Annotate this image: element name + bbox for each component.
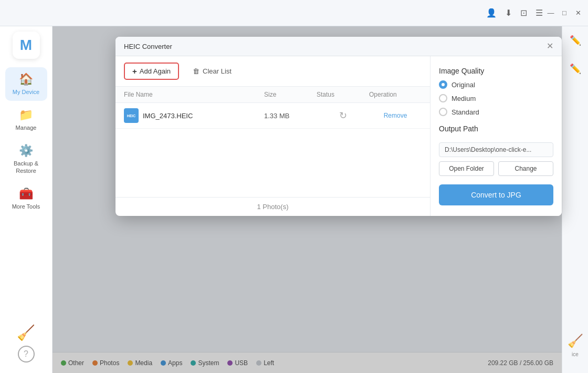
title-bar-controls: — □ ✕ bbox=[547, 9, 582, 17]
main-content: HEIC Converter ✕ + Add Again bbox=[52, 26, 562, 373]
col-status: Status bbox=[317, 91, 369, 98]
radio-original-circle bbox=[439, 80, 447, 89]
remove-button[interactable]: Remove bbox=[369, 112, 422, 119]
dialog-footer: 1 Photo(s) bbox=[116, 197, 430, 216]
close-button[interactable]: ✕ bbox=[574, 9, 582, 17]
dialog-right-panel: Image Quality Original Medium bbox=[430, 56, 562, 216]
maximize-button[interactable]: □ bbox=[561, 9, 568, 17]
col-size: Size bbox=[264, 91, 317, 98]
sidebar-item-my-device-label: My Device bbox=[13, 89, 39, 96]
sidebar-item-manage[interactable]: 📁 Manage bbox=[5, 103, 47, 137]
share-icon[interactable]: ⊡ bbox=[520, 8, 527, 18]
plus-icon: + bbox=[132, 67, 137, 76]
output-path-title: Output Path bbox=[439, 125, 553, 133]
backup-icon: ⚙️ bbox=[19, 144, 33, 158]
col-operation: Operation bbox=[369, 91, 422, 98]
change-button[interactable]: Change bbox=[498, 161, 553, 176]
add-again-button[interactable]: + Add Again bbox=[124, 63, 179, 80]
open-folder-button[interactable]: Open Folder bbox=[439, 161, 494, 176]
minimize-button[interactable]: — bbox=[547, 9, 554, 17]
logo-letter: M bbox=[20, 37, 32, 54]
heic-converter-dialog: HEIC Converter ✕ + Add Again bbox=[116, 37, 562, 216]
sidebar-item-backup-restore[interactable]: ⚙️ Backup & Restore bbox=[5, 139, 47, 179]
col-filename: File Name bbox=[124, 91, 264, 98]
radio-original-label: Original bbox=[452, 81, 475, 89]
file-size: 1.33 MB bbox=[264, 112, 317, 120]
mop-icon[interactable]: 🧹 bbox=[568, 334, 583, 348]
radio-medium-circle bbox=[439, 94, 447, 102]
table-header: File Name Size Status Operation bbox=[116, 87, 430, 103]
sidebar-item-backup-label: Backup & Restore bbox=[14, 160, 38, 174]
radio-medium[interactable]: Medium bbox=[439, 94, 553, 102]
menu-icon[interactable]: ☰ bbox=[536, 8, 543, 18]
dialog-left-panel: + Add Again 🗑 Clear List bbox=[116, 56, 430, 216]
sidebar-bottom: 🧹 ? bbox=[17, 314, 35, 368]
person-icon[interactable]: 👤 bbox=[486, 8, 497, 18]
download-icon[interactable]: ⬇ bbox=[505, 8, 512, 18]
clean-icon: 🧹 bbox=[17, 324, 35, 341]
title-bar: 👤 ⬇ ⊡ ☰ — □ ✕ bbox=[0, 0, 588, 26]
pen-top-icon[interactable]: ✏️ bbox=[566, 32, 584, 49]
sidebar-item-more-tools-label: More Tools bbox=[12, 203, 40, 210]
sidebar-item-more-tools[interactable]: 🧰 More Tools bbox=[5, 182, 47, 215]
photo-count: 1 Photo(s) bbox=[257, 203, 289, 211]
add-again-label: Add Again bbox=[140, 67, 171, 75]
status-spinner-icon: ↻ bbox=[339, 110, 347, 121]
help-button[interactable]: ? bbox=[18, 346, 35, 362]
file-table: File Name Size Status Operation HEIC bbox=[116, 87, 430, 197]
folder-icon: 📁 bbox=[19, 108, 33, 122]
dialog-header: HEIC Converter ✕ bbox=[116, 37, 562, 56]
home-icon: 🏠 bbox=[19, 72, 33, 86]
question-icon: ? bbox=[24, 349, 28, 359]
dialog-body: + Add Again 🗑 Clear List bbox=[116, 56, 562, 216]
table-row: HEIC IMG_2473.HEIC 1.33 MB ↻ Remove bbox=[116, 103, 430, 129]
radio-standard[interactable]: Standard bbox=[439, 108, 553, 116]
output-path-section: Output Path Open Folder Change bbox=[439, 125, 553, 176]
tools-icon: 🧰 bbox=[19, 187, 33, 201]
output-path-input[interactable] bbox=[439, 142, 553, 157]
dialog-title: HEIC Converter bbox=[124, 43, 172, 50]
dialog-close-button[interactable]: ✕ bbox=[547, 42, 553, 50]
convert-button[interactable]: Convert to JPG bbox=[439, 184, 553, 205]
clear-list-label: Clear List bbox=[203, 67, 232, 75]
file-name: IMG_2473.HEIC bbox=[143, 112, 193, 120]
modal-overlay: HEIC Converter ✕ + Add Again bbox=[52, 26, 562, 373]
radio-medium-label: Medium bbox=[452, 95, 476, 102]
pen-bottom-icon[interactable]: ✏️ bbox=[566, 60, 584, 78]
output-path-buttons: Open Folder Change bbox=[439, 161, 553, 176]
image-quality-title: Image Quality bbox=[439, 67, 553, 75]
title-bar-icons: 👤 ⬇ ⊡ ☰ bbox=[486, 8, 543, 18]
right-panel-label: ice bbox=[572, 351, 579, 357]
radio-original[interactable]: Original bbox=[439, 80, 553, 89]
app-body: M 🏠 My Device 📁 Manage ⚙️ Backup & Resto… bbox=[0, 26, 588, 373]
trash-clear-icon: 🗑 bbox=[193, 67, 200, 75]
sidebar: M 🏠 My Device 📁 Manage ⚙️ Backup & Resto… bbox=[0, 26, 52, 373]
sidebar-item-my-device[interactable]: 🏠 My Device bbox=[5, 67, 47, 101]
dialog-toolbar: + Add Again 🗑 Clear List bbox=[116, 56, 430, 87]
sidebar-item-manage-label: Manage bbox=[16, 125, 37, 131]
radio-standard-label: Standard bbox=[452, 108, 479, 116]
clear-list-button[interactable]: 🗑 Clear List bbox=[187, 64, 237, 78]
image-quality-options: Original Medium Standard bbox=[439, 80, 553, 116]
heic-file-icon: HEIC bbox=[124, 108, 139, 123]
radio-standard-circle bbox=[439, 108, 447, 116]
image-quality-section: Image Quality Original Medium bbox=[439, 67, 553, 116]
app-logo: M bbox=[13, 32, 40, 59]
file-status: ↻ bbox=[317, 110, 369, 121]
file-name-cell: HEIC IMG_2473.HEIC bbox=[124, 108, 264, 123]
app-window: 👤 ⬇ ⊡ ☰ — □ ✕ M 🏠 My Device 📁 Manage bbox=[0, 0, 588, 373]
moretools-section[interactable]: 🧹 bbox=[17, 324, 35, 341]
right-side-panel: ✏️ ✏️ 🧹 ice bbox=[562, 26, 588, 373]
